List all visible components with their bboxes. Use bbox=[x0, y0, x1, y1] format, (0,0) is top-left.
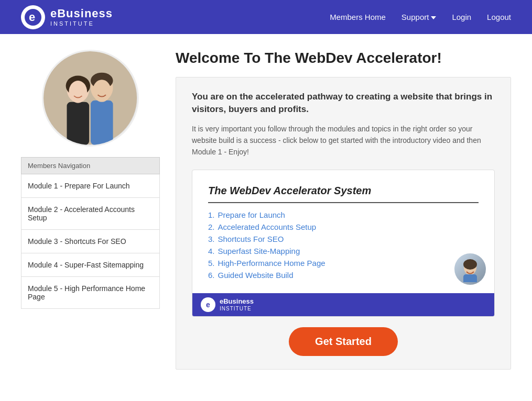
intro-body: It is very important you follow through … bbox=[192, 123, 495, 158]
svg-rect-8 bbox=[91, 101, 113, 145]
course-card: The WebDev Accelerator System 1. Prepare… bbox=[192, 170, 495, 317]
nav-support[interactable]: Support bbox=[401, 13, 437, 21]
nav-members-home[interactable]: Members Home bbox=[330, 13, 386, 21]
list-item: 3. Shortcuts For SEO bbox=[208, 235, 479, 243]
brand-bottom: INSTITUTE bbox=[50, 20, 113, 27]
list-item: 4. Superfast Site-Mapping bbox=[208, 247, 479, 255]
list-item: 2. Accelerated Accounts Setup bbox=[208, 222, 479, 231]
svg-point-2 bbox=[44, 51, 137, 144]
svg-point-12 bbox=[463, 259, 477, 270]
footer-brand-text: eBusiness INSTITUTE bbox=[220, 297, 254, 312]
course-list: 1. Prepare for Launch 2. Accelerated Acc… bbox=[208, 210, 479, 280]
card-footer: e eBusiness INSTITUTE bbox=[192, 293, 494, 316]
svg-text:e: e bbox=[29, 10, 35, 24]
header-nav: Members Home Support Login Logout bbox=[330, 13, 511, 21]
course-card-title: The WebDev Accelerator System bbox=[208, 185, 479, 197]
list-item: 5. High-Performance Home Page bbox=[208, 259, 479, 268]
page-title: Welcome To The WebDev Accelerator! bbox=[176, 50, 511, 66]
logo-area: e eBusiness INSTITUTE bbox=[21, 5, 113, 29]
footer-logo-icon: e bbox=[201, 297, 215, 312]
list-item: 6. Guided Website Build bbox=[208, 271, 479, 280]
logo-icon: e bbox=[21, 5, 45, 29]
get-started-button[interactable]: Get Started bbox=[289, 327, 398, 356]
header: e eBusiness INSTITUTE Members Home Suppo… bbox=[0, 0, 532, 34]
sidebar: Members Navigation Module 1 - Prepare Fo… bbox=[21, 50, 160, 370]
svg-rect-13 bbox=[463, 274, 477, 282]
sidebar-item-module-3[interactable]: Module 3 - Shortcuts For SEO bbox=[21, 230, 160, 253]
course-divider bbox=[208, 202, 479, 203]
course-card-inner: The WebDev Accelerator System 1. Prepare… bbox=[192, 170, 494, 293]
intro-box: You are on the accelerated pathway to cr… bbox=[176, 77, 511, 370]
logo-text: eBusiness INSTITUTE bbox=[50, 7, 113, 28]
page-body: Members Navigation Module 1 - Prepare Fo… bbox=[0, 34, 532, 385]
sidebar-item-module-5[interactable]: Module 5 - High Performance Home Page bbox=[21, 277, 160, 309]
sidebar-item-module-2[interactable]: Module 2 - Accelerated Accounts Setup bbox=[21, 198, 160, 230]
svg-rect-5 bbox=[67, 102, 90, 145]
avatar bbox=[42, 50, 139, 147]
card-thumbnail bbox=[454, 253, 486, 285]
sidebar-item-module-1[interactable]: Module 1 - Prepare For Launch bbox=[21, 174, 160, 198]
brand-top: eBusiness bbox=[50, 7, 113, 20]
nav-logout[interactable]: Logout bbox=[487, 13, 511, 21]
main-content: Welcome To The WebDev Accelerator! You a… bbox=[176, 50, 511, 370]
avatar-container bbox=[21, 50, 160, 147]
intro-headline: You are on the accelerated pathway to cr… bbox=[192, 91, 495, 116]
list-item: 1. Prepare for Launch bbox=[208, 210, 479, 219]
chevron-down-icon bbox=[431, 16, 436, 19]
svg-point-10 bbox=[93, 80, 111, 102]
nav-login[interactable]: Login bbox=[452, 13, 471, 21]
svg-point-9 bbox=[69, 81, 87, 103]
sidebar-item-module-4[interactable]: Module 4 - Super-Fast Sitemapping bbox=[21, 253, 160, 277]
nav-section-label: Members Navigation bbox=[21, 157, 160, 174]
